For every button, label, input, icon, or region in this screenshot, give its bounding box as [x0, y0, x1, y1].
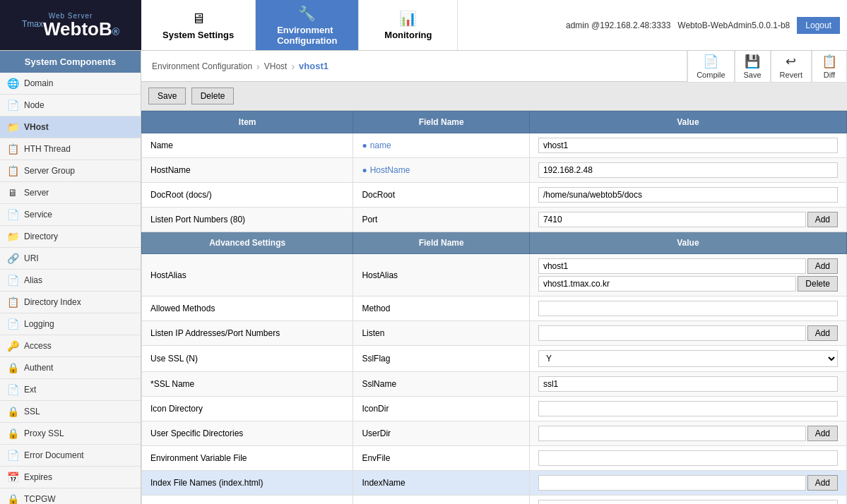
sidebar-item-tcpgw[interactable]: 🔒 TCPGW — [0, 488, 141, 504]
table-row: HostAlias HostAlias Add Delete — [142, 254, 847, 296]
sidebar-item-service[interactable]: 📄 Service — [0, 204, 141, 226]
sidebar-item-node[interactable]: 📄 Node — [0, 95, 141, 116]
required-dot: ● — [362, 165, 367, 175]
sidebar-item-authent[interactable]: 🔒 Authent — [0, 357, 141, 379]
sidebar-item-ext[interactable]: 📄 Ext — [0, 379, 141, 401]
item-userdir: User Specific Directories — [142, 421, 353, 446]
sidebar-item-directory-index-label: Directory Index — [24, 297, 81, 307]
name-input[interactable] — [538, 138, 838, 153]
logout-button[interactable]: Logout — [797, 17, 840, 34]
sidebar-item-node-label: Node — [24, 100, 45, 110]
expires-icon: 📅 — [7, 472, 18, 483]
diff-button[interactable]: 📋 Diff — [812, 51, 847, 83]
port-add-button[interactable]: Add — [807, 212, 838, 227]
sidebar-item-server-group[interactable]: 📋 Server Group — [0, 160, 141, 182]
field-link[interactable]: name — [370, 140, 391, 150]
sidebar-item-directory-index[interactable]: 📋 Directory Index — [0, 292, 141, 313]
table-row: DocRoot (docs/) DocRoot — [142, 183, 847, 208]
header-right: admin @192.168.2.48:3333 WebtoB-WebAdmin… — [559, 0, 847, 50]
hostalias-add-button[interactable]: Add — [807, 258, 838, 274]
field-name: ●name — [353, 133, 530, 158]
dirindex-input[interactable] — [538, 500, 838, 504]
advanced-col-item: Advanced Settings — [142, 232, 353, 254]
sidebar-item-uri[interactable]: 🔗 URI — [0, 248, 141, 270]
diff-icon: 📋 — [822, 54, 837, 69]
hostalias-delete-button[interactable]: Delete — [798, 276, 838, 292]
directory-icon: 📁 — [7, 231, 18, 242]
sidebar-item-alias-label: Alias — [24, 275, 42, 285]
listen-input[interactable] — [538, 325, 806, 341]
config-table: Item Field Name Value Name ●name HostNam… — [141, 111, 847, 504]
value-cell — [529, 496, 846, 505]
tab-monitoring[interactable]: 📊 Monitoring — [359, 0, 458, 50]
form-save-button[interactable]: Save — [148, 88, 186, 104]
item-hostname: HostName — [142, 158, 353, 183]
hostalias-input-2[interactable] — [538, 276, 796, 292]
sidebar-item-alias[interactable]: 📄 Alias — [0, 270, 141, 292]
field-link[interactable]: HostName — [370, 165, 410, 175]
action-bar: Save Delete — [141, 82, 847, 111]
sidebar-item-expires[interactable]: 📅 Expires — [0, 467, 141, 488]
value-cell: Add — [529, 321, 846, 346]
save-button[interactable]: 💾 Save — [735, 51, 771, 83]
indexname-input[interactable] — [538, 475, 806, 491]
server-group-icon: 📋 — [7, 165, 18, 176]
error-doc-icon: 📄 — [7, 450, 18, 461]
envfile-input[interactable] — [538, 450, 838, 466]
revert-label: Revert — [780, 71, 802, 79]
sidebar-item-server[interactable]: 🖥 Server — [0, 182, 141, 204]
revert-button[interactable]: ↩ Revert — [771, 51, 812, 83]
diff-label: Diff — [824, 71, 835, 79]
hostalias-input-1[interactable] — [538, 258, 806, 274]
sslflag-select[interactable]: Y N — [538, 350, 838, 367]
alias-icon: 📄 — [7, 275, 18, 286]
tab-system-settings[interactable]: 🖥 System Settings — [141, 0, 256, 50]
sidebar-item-error-document[interactable]: 📄 Error Document — [0, 445, 141, 467]
sidebar-item-domain[interactable]: 🌐 Domain — [0, 73, 141, 95]
sidebar-item-directory[interactable]: 📁 Directory — [0, 226, 141, 248]
toolbar: 📄 Compile 💾 Save ↩ Revert 📋 Diff — [687, 51, 847, 83]
access-icon: 🔑 — [7, 340, 18, 352]
sidebar-item-vhost[interactable]: 📁 VHost — [0, 116, 141, 138]
sslname-input[interactable] — [538, 376, 838, 392]
sidebar-item-logging[interactable]: 📄 Logging — [0, 313, 141, 335]
service-icon: 📄 — [7, 209, 18, 220]
table-row: Name ●name — [142, 133, 847, 158]
tab-environment-configuration[interactable]: 🔧 EnvironmentConfiguration — [256, 0, 359, 50]
nav-tabs: 🖥 System Settings 🔧 EnvironmentConfigura… — [141, 0, 458, 50]
compile-button[interactable]: 📄 Compile — [687, 51, 734, 83]
docroot-input[interactable] — [538, 187, 838, 203]
item-name: Name — [142, 133, 353, 158]
logo-brand: Tmax — [22, 19, 43, 29]
server-icon: 🖥 — [7, 187, 18, 198]
field-icondir: IconDir — [353, 397, 530, 421]
logo: Web Server TmaxWebtoB® — [0, 0, 141, 50]
sidebar-item-ssl[interactable]: 🔒 SSL — [0, 401, 141, 423]
tab-monitoring-label: Monitoring — [384, 30, 432, 40]
sidebar-item-tcpgw-label: TCPGW — [24, 494, 56, 504]
value-cell: Add — [529, 208, 846, 232]
field-docroot: DocRoot — [353, 183, 530, 208]
sidebar-item-hth-thread[interactable]: 📋 HTH Thread — [0, 138, 141, 160]
sidebar-item-vhost-label: VHost — [24, 122, 49, 132]
sidebar-item-proxy-ssl[interactable]: 🔒 Proxy SSL — [0, 423, 141, 445]
field-hostname: ●HostName — [353, 158, 530, 183]
tab-system-settings-label: System Settings — [162, 30, 234, 40]
table-row: Listen IP Addresses/Port Numbers Listen … — [142, 321, 847, 346]
indexname-add-button[interactable]: Add — [807, 475, 838, 491]
ssl-icon: 🔒 — [7, 406, 18, 417]
tcpgw-icon: 🔒 — [7, 493, 18, 504]
value-cell — [529, 133, 846, 158]
icondir-input[interactable] — [538, 401, 838, 416]
userdir-add-button[interactable]: Add — [807, 426, 838, 441]
hostname-input[interactable] — [538, 162, 838, 178]
item-icondir: Icon Directory — [142, 397, 353, 421]
value-cell: Y N — [529, 346, 846, 372]
sidebar-item-access[interactable]: 🔑 Access — [0, 335, 141, 357]
form-delete-button[interactable]: Delete — [191, 88, 235, 104]
port-input[interactable] — [538, 212, 806, 227]
method-input[interactable] — [538, 301, 838, 316]
col-field: Field Name — [353, 112, 530, 133]
userdir-input[interactable] — [538, 426, 806, 441]
listen-add-button[interactable]: Add — [807, 325, 838, 341]
